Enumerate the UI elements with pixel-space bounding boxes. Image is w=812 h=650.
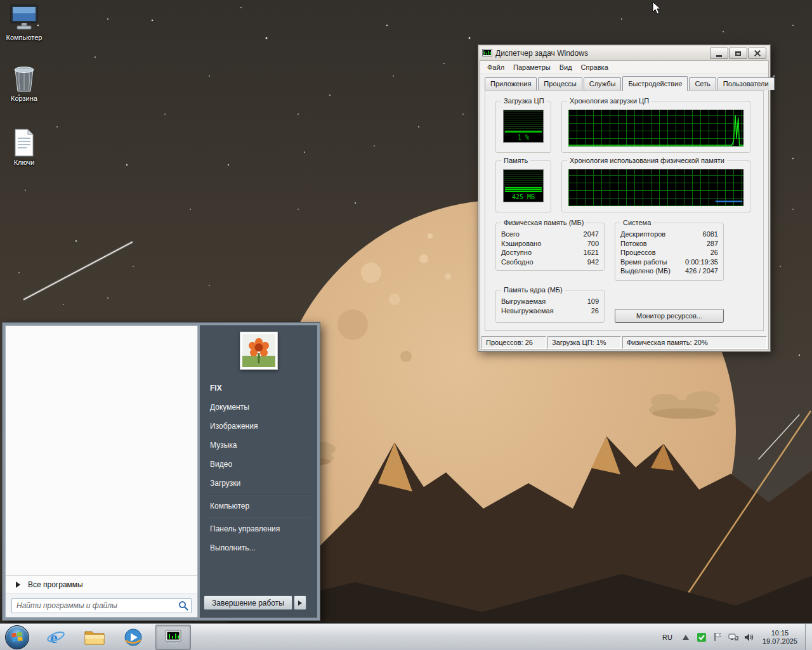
internet-explorer-icon: e <box>46 628 65 647</box>
group-title: Память <box>501 156 530 165</box>
clock-date: 19.07.2025 <box>763 637 797 646</box>
taskbar: e <box>0 623 812 650</box>
minimize-icon <box>716 55 722 57</box>
desktop-icon-recycle-bin[interactable]: Корзина <box>0 63 48 102</box>
status-bar: Процессов: 26 Загрузка ЦП: 1% Физическая… <box>481 336 767 349</box>
resource-monitor-button[interactable]: Монитор ресурсов... <box>615 309 724 323</box>
info-label: Время работы <box>620 257 667 267</box>
clock[interactable]: 10:15 19.07.2025 <box>763 629 797 646</box>
volume-icon[interactable] <box>744 632 754 642</box>
start-menu-item-computer[interactable]: Компьютер <box>200 497 317 516</box>
memory-usage-bar <box>505 187 542 192</box>
start-menu-item-music[interactable]: Музыка <box>200 436 317 455</box>
group-title: Физическая память (МБ) <box>501 218 586 227</box>
info-label: Свободно <box>501 257 534 267</box>
tab-performance[interactable]: Быстродействие <box>622 76 688 91</box>
user-avatar[interactable] <box>240 332 278 370</box>
info-value: 700 <box>587 239 599 249</box>
windows-logo-icon <box>11 631 23 644</box>
tab-users[interactable]: Пользователи <box>717 77 775 90</box>
start-menu-item-control-panel[interactable]: Панель управления <box>200 519 317 538</box>
start-menu-item-run[interactable]: Выполнить... <box>200 538 317 557</box>
status-green-icon[interactable] <box>697 632 707 642</box>
tab-services[interactable]: Службы <box>584 77 622 90</box>
minimize-button[interactable] <box>710 48 728 59</box>
system-tray: RU 10:15 19.07.2025 <box>660 629 805 646</box>
status-memory: Физическая память: 20% <box>622 336 767 349</box>
network-icon[interactable] <box>728 632 738 642</box>
status-processes: Процессов: 26 <box>481 336 546 349</box>
shutdown-row: Завершение работы <box>200 595 317 610</box>
memory-gauge: 425 МБ <box>503 169 544 202</box>
menu-view[interactable]: Вид <box>555 62 577 72</box>
shutdown-button[interactable]: Завершение работы <box>204 595 292 610</box>
start-menu-item-downloads[interactable]: Загрузки <box>200 474 317 493</box>
menu-file[interactable]: Файл <box>483 62 509 72</box>
taskbar-task-manager-button[interactable] <box>155 625 191 650</box>
info-label: Дескрипторов <box>620 230 665 239</box>
info-label: Выгружаемая <box>501 297 546 306</box>
desktop: Компьютер Корзина Ключи <box>0 0 812 650</box>
close-button[interactable] <box>748 48 766 59</box>
user-picture-flower-icon <box>242 334 275 367</box>
taskbar-media-player[interactable] <box>121 625 145 649</box>
task-manager-icon <box>482 49 492 58</box>
tab-network[interactable]: Сеть <box>689 77 716 90</box>
separator <box>206 517 311 518</box>
media-player-icon <box>124 628 143 647</box>
hidden-icons-chevron[interactable] <box>681 632 691 642</box>
info-label: Доступно <box>501 248 532 257</box>
system-group: Система Дескрипторов6081 Потоков287 Проц… <box>615 223 724 281</box>
kernel-memory-group: Память ядра (МБ) Выгружаемая109 Невыгруж… <box>495 290 605 323</box>
search-icon[interactable] <box>178 601 188 611</box>
taskbar-internet-explorer[interactable]: e <box>44 625 68 649</box>
cpu-history-graph <box>568 110 743 146</box>
cpu-usage-gauge: 1 % <box>503 110 544 143</box>
folder-icon <box>84 629 105 646</box>
all-programs-label: Все программы <box>28 580 83 589</box>
menu-bar: Файл Параметры Вид Справка <box>480 61 768 74</box>
menu-help[interactable]: Справка <box>577 62 613 72</box>
search-input[interactable] <box>11 598 192 613</box>
start-menu-item-documents[interactable]: Документы <box>200 398 317 417</box>
memory-history-graph <box>568 169 743 206</box>
tab-applications[interactable]: Приложения <box>485 77 537 90</box>
start-menu-item-videos[interactable]: Видео <box>200 455 317 474</box>
maximize-button[interactable] <box>729 48 747 59</box>
action-center-flag-icon[interactable] <box>712 632 723 642</box>
search-row <box>6 594 197 617</box>
group-title: Хронология использования физической памя… <box>567 156 727 165</box>
show-desktop-button[interactable] <box>805 624 812 650</box>
menu-options[interactable]: Параметры <box>509 62 555 72</box>
svg-text:e: e <box>50 628 58 647</box>
physical-memory-group: Физическая память (МБ) Всего2047 Кэширов… <box>495 223 605 271</box>
tab-processes[interactable]: Процессы <box>538 77 582 90</box>
info-label: Всего <box>501 230 520 239</box>
info-value: 426 / 2047 <box>685 266 718 276</box>
programs-list <box>6 326 197 575</box>
start-menu-item-pictures[interactable]: Изображения <box>200 417 317 436</box>
info-value: 26 <box>591 306 599 316</box>
info-value: 6081 <box>703 230 718 239</box>
info-value: 109 <box>587 297 599 306</box>
language-indicator[interactable]: RU <box>660 632 675 642</box>
desktop-icon-keys[interactable]: Ключи <box>0 129 48 166</box>
title-bar[interactable]: Диспетчер задач Windows <box>480 46 769 60</box>
taskbar-explorer[interactable] <box>82 625 107 649</box>
all-programs-arrow-icon <box>16 582 20 588</box>
info-value: 1621 <box>584 248 599 257</box>
cpu-usage-bar <box>505 131 542 133</box>
start-button[interactable] <box>5 625 29 649</box>
memory-gauge-group: Память 425 МБ <box>495 160 551 212</box>
computer-icon <box>8 4 40 32</box>
desktop-icon-label: Корзина <box>11 94 37 102</box>
info-label: Процессов <box>620 248 656 257</box>
shutdown-options-button[interactable] <box>294 595 306 610</box>
recycle-bin-icon <box>11 63 37 93</box>
performance-tab-page: Загрузка ЦП 1 % Хронология загрузки ЦП <box>485 90 764 331</box>
desktop-icon-computer[interactable]: Компьютер <box>0 4 48 41</box>
desktop-icon-label: Ключи <box>14 159 35 166</box>
all-programs[interactable]: Все программы <box>6 575 197 594</box>
user-name[interactable]: FIX <box>200 379 317 398</box>
status-cpu: Загрузка ЦП: 1% <box>547 336 621 349</box>
